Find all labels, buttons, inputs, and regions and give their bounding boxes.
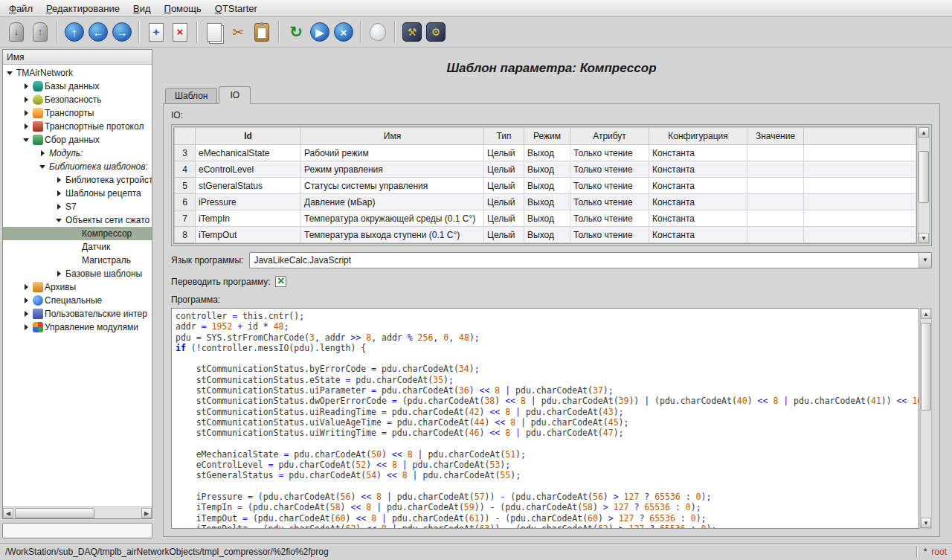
translate-checkbox[interactable] bbox=[275, 276, 286, 287]
cell-id[interactable]: iTempIn bbox=[196, 210, 301, 227]
qtcfg-tools-button[interactable]: ⚒ bbox=[400, 20, 424, 44]
tree-item-sensor[interactable]: Датчик bbox=[3, 240, 152, 254]
navigation-tree[interactable]: TMAirNetwork Базы данных Безопасность Тр… bbox=[3, 65, 152, 506]
expand-arrow-icon[interactable] bbox=[22, 283, 31, 292]
clean-button[interactable] bbox=[366, 20, 390, 44]
cell-name[interactable]: Рабочий режим bbox=[301, 145, 484, 161]
add-item-button[interactable]: + bbox=[144, 20, 168, 44]
program-language-combobox[interactable]: JavaLikeCalc.JavaScript ▼ bbox=[249, 252, 932, 268]
col-header-value[interactable]: Значение bbox=[747, 128, 804, 145]
menu-item-edit[interactable]: Редактирование bbox=[39, 0, 126, 16]
cell-value[interactable] bbox=[747, 210, 804, 227]
tree-item-module-management[interactable]: Управление модулями bbox=[3, 321, 152, 334]
cell-type[interactable]: Целый bbox=[484, 227, 524, 243]
cell-configuration[interactable]: Константа bbox=[649, 227, 747, 243]
cell-attribute[interactable]: Только чтение bbox=[570, 161, 649, 178]
cell-attribute[interactable]: Только чтение bbox=[570, 227, 649, 243]
cell-configuration[interactable]: Константа bbox=[649, 145, 747, 161]
cell-value[interactable] bbox=[747, 161, 804, 178]
tree-item-special[interactable]: Специальные bbox=[3, 294, 152, 307]
tree-item-archives[interactable]: Архивы bbox=[3, 280, 152, 294]
tree-item-transports[interactable]: Транспорты bbox=[3, 106, 152, 120]
cell-value[interactable] bbox=[747, 145, 804, 161]
qtstarter-config-button[interactable]: ⚙ bbox=[424, 20, 448, 44]
cell-attribute[interactable]: Только чтение bbox=[570, 194, 649, 210]
col-header-id[interactable]: Id bbox=[196, 128, 301, 145]
io-table-row[interactable]: 4 eControlLevel Режим управления Целый В… bbox=[175, 161, 916, 178]
cell-type[interactable]: Целый bbox=[484, 194, 524, 210]
cell-name[interactable]: Давление (мБар) bbox=[301, 194, 484, 210]
io-table-row[interactable]: 8 iTempOut Температура выхода ступени (0… bbox=[175, 227, 916, 243]
paste-item-button[interactable] bbox=[250, 20, 274, 44]
go-up-button[interactable]: ↑ bbox=[62, 20, 86, 44]
refresh-button[interactable]: ↻ bbox=[284, 20, 308, 44]
tree-item-s7[interactable]: S7 bbox=[3, 200, 152, 213]
expand-arrow-icon[interactable] bbox=[22, 296, 31, 305]
expand-arrow-icon[interactable] bbox=[22, 82, 31, 91]
tree-item-compressor[interactable]: Компрессор bbox=[3, 227, 152, 240]
cell-mode[interactable]: Выход bbox=[524, 161, 570, 178]
copy-item-button[interactable] bbox=[202, 20, 226, 44]
tree-item-module[interactable]: Модуль: bbox=[3, 147, 152, 160]
scrollbar-thumb[interactable] bbox=[921, 323, 931, 410]
tree-item-user-interfaces[interactable]: Пользовательские интер bbox=[3, 307, 152, 321]
start-update-button[interactable]: ▶ bbox=[308, 20, 332, 44]
cell-mode[interactable]: Выход bbox=[524, 178, 570, 194]
expand-arrow-icon[interactable] bbox=[55, 269, 64, 278]
tree-item-base-templates[interactable]: Базовые шаблоны bbox=[3, 267, 152, 280]
go-forward-button[interactable]: → bbox=[110, 20, 134, 44]
io-table-row[interactable]: 6 iPressure Давление (мБар) Целый Выход … bbox=[175, 194, 916, 210]
cell-mode[interactable]: Выход bbox=[524, 194, 570, 210]
tab-io[interactable]: IO bbox=[219, 86, 251, 104]
tree-item-device-lib[interactable]: Библиотека устройст bbox=[3, 173, 152, 187]
tree-filter-input[interactable] bbox=[2, 523, 152, 538]
cell-configuration[interactable]: Константа bbox=[649, 210, 747, 227]
cell-id[interactable]: eControlLevel bbox=[196, 161, 301, 178]
save-to-db-button[interactable]: ↑ bbox=[28, 20, 52, 44]
expand-arrow-icon[interactable] bbox=[22, 323, 31, 332]
cell-mode[interactable]: Выход bbox=[524, 210, 570, 227]
col-header-mode[interactable]: Режим bbox=[524, 128, 570, 145]
cell-type[interactable]: Целый bbox=[484, 161, 524, 178]
cell-configuration[interactable]: Константа bbox=[649, 161, 747, 178]
tree-item-main-line[interactable]: Магистраль bbox=[3, 254, 152, 267]
expand-arrow-icon[interactable] bbox=[55, 202, 64, 211]
tree-item-tmairnetwork[interactable]: TMAirNetwork bbox=[3, 66, 152, 80]
load-from-db-button[interactable]: ↓ bbox=[4, 20, 28, 44]
cell-name[interactable]: Температура выхода ступени (0.1 C°) bbox=[301, 227, 484, 243]
cell-name[interactable]: Температура окружающей среды (0.1 C°) bbox=[301, 210, 484, 227]
cell-type[interactable]: Целый bbox=[484, 178, 524, 194]
expand-arrow-icon[interactable] bbox=[55, 189, 64, 198]
cell-name[interactable]: Статусы системы управления bbox=[301, 178, 484, 194]
cell-value[interactable] bbox=[747, 194, 804, 210]
cell-attribute[interactable]: Только чтение bbox=[570, 145, 649, 161]
scrollbar-thumb[interactable] bbox=[919, 151, 929, 203]
tab-template[interactable]: Шаблон bbox=[165, 88, 217, 104]
cell-attribute[interactable]: Только чтение bbox=[570, 210, 649, 227]
expand-arrow-icon[interactable] bbox=[22, 95, 31, 104]
col-header-attribute[interactable]: Атрибут bbox=[570, 128, 649, 145]
cell-name[interactable]: Режим управления bbox=[301, 161, 484, 178]
menu-item-qtstarter[interactable]: QTStarter bbox=[208, 0, 264, 16]
menu-item-view[interactable]: Вид bbox=[126, 0, 158, 16]
scroll-up-icon[interactable]: ▲ bbox=[919, 127, 929, 138]
cell-type[interactable]: Целый bbox=[484, 210, 524, 227]
col-header-configuration[interactable]: Конфигурация bbox=[649, 128, 747, 145]
scroll-up-icon[interactable]: ▲ bbox=[921, 309, 931, 319]
menu-item-file[interactable]: Файл bbox=[2, 0, 39, 16]
io-table-row[interactable]: 3 eMechanicalState Рабочий режим Целый В… bbox=[175, 145, 916, 161]
cell-id[interactable]: eMechanicalState bbox=[196, 145, 301, 161]
program-code-editor[interactable]: controller = this.cntr(); addr = 1952 + … bbox=[171, 308, 919, 529]
tree-item-protocols[interactable]: Транспортные протокол bbox=[3, 120, 152, 133]
cell-type[interactable]: Целый bbox=[484, 145, 524, 161]
collapse-arrow-icon[interactable] bbox=[55, 216, 64, 225]
scroll-left-icon[interactable]: ◀ bbox=[3, 508, 13, 518]
expand-arrow-icon[interactable] bbox=[39, 149, 48, 158]
tree-column-header[interactable]: Имя bbox=[3, 50, 152, 65]
tree-item-template-libs[interactable]: Библиотека шаблонов: bbox=[3, 160, 152, 173]
cell-id[interactable]: iTempOut bbox=[196, 227, 301, 243]
scroll-down-icon[interactable]: ▼ bbox=[919, 233, 929, 243]
cell-mode[interactable]: Выход bbox=[524, 145, 570, 161]
scroll-down-icon[interactable]: ▼ bbox=[921, 518, 931, 528]
io-table-row[interactable]: 7 iTempIn Температура окружающей среды (… bbox=[175, 210, 916, 227]
